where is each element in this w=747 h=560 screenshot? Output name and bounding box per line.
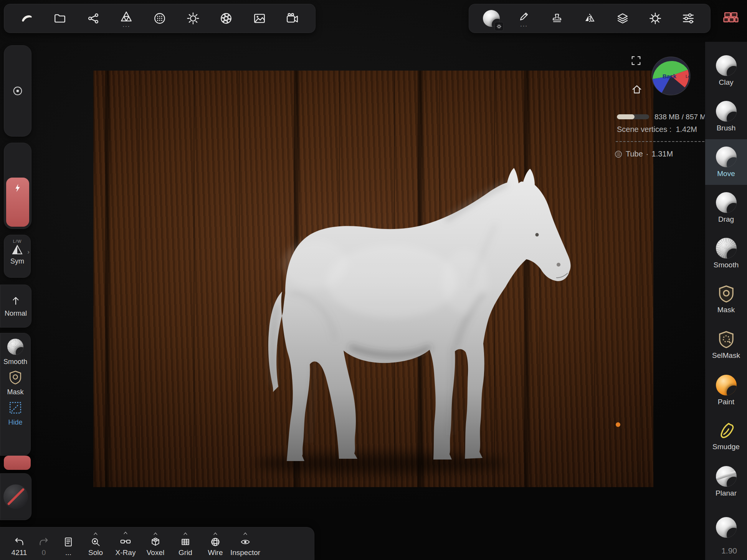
memory-bar bbox=[617, 114, 649, 119]
chevron-right-icon[interactable]: › bbox=[27, 248, 30, 256]
scene-button[interactable]: ... bbox=[116, 7, 137, 30]
voxel-cube-icon bbox=[150, 537, 161, 547]
settings-button[interactable] bbox=[645, 7, 666, 30]
falloff-none-button[interactable] bbox=[0, 473, 31, 520]
folder-icon bbox=[53, 12, 66, 25]
toggle-label: Wire bbox=[208, 548, 223, 557]
chevron-up-icon[interactable] bbox=[152, 531, 159, 536]
quick-hide-label: Hide bbox=[8, 418, 22, 427]
pencil-more-dots: ... bbox=[520, 23, 528, 26]
stroke-settings-button[interactable] bbox=[678, 7, 699, 30]
paint-settings-button[interactable]: ... bbox=[513, 7, 535, 30]
tool-label: Smooth bbox=[714, 261, 739, 269]
quick-hide-button[interactable]: Hide bbox=[8, 400, 23, 427]
stroke-mode-button[interactable]: Normal bbox=[0, 285, 31, 328]
inspector-toggle[interactable]: Inspector bbox=[230, 537, 260, 557]
tool-label: Clay bbox=[719, 78, 733, 87]
object-separator: · bbox=[646, 150, 649, 158]
solo-toggle[interactable]: Solo bbox=[81, 537, 111, 557]
fullscreen-button[interactable] bbox=[630, 55, 642, 66]
chevron-up-icon[interactable] bbox=[122, 530, 129, 535]
redo-button[interactable]: 0 bbox=[31, 536, 56, 557]
top-left-toolbar: ... bbox=[4, 4, 316, 33]
orange-dot-indicator bbox=[616, 422, 620, 427]
bake-button[interactable] bbox=[721, 8, 740, 27]
camera-button[interactable] bbox=[282, 7, 303, 30]
top-right-toolbar: ... bbox=[469, 4, 711, 33]
inspector-eye-icon bbox=[240, 537, 251, 547]
tool-label: Drag bbox=[718, 215, 734, 224]
tool-move[interactable]: Move bbox=[705, 139, 747, 185]
home-button[interactable] bbox=[631, 84, 643, 95]
object-name: Tube bbox=[626, 150, 643, 158]
chevron-up-icon[interactable] bbox=[242, 531, 248, 536]
tool-planar[interactable]: Planar bbox=[705, 459, 747, 504]
sliders-icon bbox=[682, 12, 695, 25]
sun-icon bbox=[187, 12, 200, 25]
files-button[interactable] bbox=[49, 7, 71, 30]
background-button[interactable] bbox=[249, 7, 270, 30]
lightning-icon bbox=[13, 183, 23, 193]
topology-button[interactable] bbox=[149, 7, 170, 30]
grid-icon bbox=[180, 537, 191, 547]
mask-shield-icon bbox=[8, 370, 23, 385]
export-button[interactable] bbox=[83, 7, 104, 30]
quick-smooth-button[interactable]: Smooth bbox=[3, 339, 27, 366]
solo-magnifier-icon bbox=[90, 537, 101, 547]
viewport-canvas[interactable] bbox=[93, 71, 653, 487]
image-icon bbox=[253, 12, 266, 25]
red-slider-sliver[interactable] bbox=[4, 456, 31, 470]
symmetry-button[interactable] bbox=[579, 7, 600, 30]
smooth-sphere-icon bbox=[7, 339, 23, 355]
tool-label: Smudge bbox=[712, 443, 740, 451]
selmask-shield-icon bbox=[717, 330, 736, 349]
symmetry-toggle[interactable]: L/W Sym › bbox=[4, 235, 31, 278]
tool-smooth[interactable]: Smooth bbox=[705, 231, 747, 276]
grid-toggle[interactable]: Grid bbox=[170, 537, 200, 557]
postprocess-button[interactable] bbox=[215, 7, 237, 30]
mask-shield-icon bbox=[717, 284, 736, 303]
sym-label: Sym bbox=[10, 257, 24, 265]
quick-mask-button[interactable]: Mask bbox=[7, 370, 23, 396]
tool-partial[interactable] bbox=[705, 504, 747, 550]
material-button[interactable] bbox=[481, 7, 502, 30]
drag-sphere-icon bbox=[716, 192, 737, 213]
history-button[interactable]: ... bbox=[56, 537, 81, 557]
document-icon bbox=[63, 537, 74, 547]
material-gear-badge-icon bbox=[494, 22, 504, 31]
tool-drag[interactable]: Drag bbox=[705, 185, 747, 231]
chevron-up-icon[interactable] bbox=[93, 531, 99, 536]
smooth-rough-sphere-icon bbox=[716, 238, 737, 259]
dotted-selection-icon bbox=[8, 400, 23, 415]
voxel-toggle[interactable]: Voxel bbox=[140, 537, 170, 557]
bottom-toolbar: 4211 0 ... Solo X-Ray Voxel Grid Wire In… bbox=[0, 527, 314, 560]
circle-dot-icon bbox=[12, 85, 23, 97]
falloff-button[interactable] bbox=[4, 45, 31, 137]
quick-mask-label: Mask bbox=[7, 388, 23, 396]
tool-brush[interactable]: Brush bbox=[705, 94, 747, 139]
sym-triangle-icon bbox=[11, 244, 23, 256]
sym-mini-label: L/W bbox=[13, 239, 22, 244]
tool-smudge[interactable]: Smudge bbox=[705, 413, 747, 459]
memory-bar-fill bbox=[617, 114, 635, 119]
intensity-slider[interactable] bbox=[4, 143, 31, 229]
redo-icon bbox=[38, 536, 50, 547]
xray-toggle[interactable]: X-Ray bbox=[111, 536, 140, 557]
stamp-button[interactable] bbox=[546, 7, 568, 30]
chevron-up-icon[interactable] bbox=[212, 531, 218, 536]
quick-smooth-label: Smooth bbox=[3, 358, 27, 366]
undo-button[interactable]: 4211 bbox=[7, 536, 31, 557]
chevron-up-icon[interactable] bbox=[182, 531, 188, 536]
tool-clay[interactable]: Clay bbox=[705, 48, 747, 94]
lighting-button[interactable] bbox=[182, 7, 204, 30]
scene-vertices-text: Scene vertices : 1.42M bbox=[617, 125, 705, 134]
partial-sphere-icon bbox=[716, 517, 737, 538]
app-menu-button[interactable] bbox=[16, 7, 38, 30]
wire-toggle[interactable]: Wire bbox=[200, 537, 230, 557]
tool-selmask[interactable]: SelMask bbox=[705, 322, 747, 367]
layers-button[interactable] bbox=[612, 7, 633, 30]
tool-paint[interactable]: Paint bbox=[705, 367, 747, 413]
ban-icon bbox=[3, 484, 28, 509]
tool-mask[interactable]: Mask bbox=[705, 276, 747, 322]
nav-gizmo[interactable]: Back Le bbox=[651, 56, 691, 96]
